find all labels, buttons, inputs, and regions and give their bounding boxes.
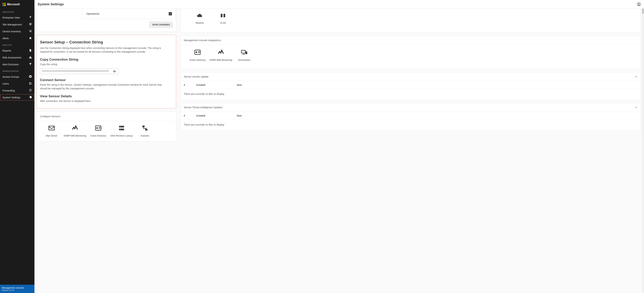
sidebar-item-system-settings[interactable]: System Settings (0, 94, 34, 101)
sidebar-item-forwarding[interactable]: Forwarding (0, 87, 34, 94)
connection-string-input[interactable] (40, 68, 110, 74)
file-icon (29, 49, 32, 52)
tile-vlan[interactable]: VLAN (211, 12, 235, 28)
footer-title: Management console (2, 286, 33, 289)
sidebar-item-label: Device Inventory (2, 30, 21, 33)
connect-sensor-title: Connect Sensor (40, 78, 173, 82)
tile-snmp-mib-monitoring[interactable]: SNMP MIB Monitoring (209, 49, 232, 65)
integrations-title: Management console integrations (184, 39, 221, 42)
pin-icon (29, 16, 32, 20)
col-num: # (184, 84, 196, 86)
view-details-desc: After connection, the Sensor is displaye… (40, 99, 167, 103)
configure-sensors-title: Configure Sensors (40, 115, 173, 121)
topbar: System Settings (34, 0, 644, 9)
warning-icon (29, 56, 32, 59)
threat-update-title: Sensor Threat Intelligence Updates (184, 106, 222, 109)
server-icon (29, 22, 32, 26)
tile-label: Network (196, 22, 204, 28)
sidebar-item-site-management[interactable]: Site Management (0, 21, 34, 28)
tile-label: Mail Server (46, 134, 58, 140)
sensor-setup-card: Sensor Setup – Connection String Use the… (36, 35, 176, 108)
copy-connection-title: Copy Connection String (40, 58, 173, 62)
brand-name: Microsoft (7, 3, 20, 6)
tile-dns-reverse-lookup[interactable]: DNS Reverse Lookup (110, 125, 133, 140)
account-icon[interactable] (637, 2, 641, 6)
sidebar-item-device-inventory[interactable]: Device Inventory (0, 28, 34, 35)
tile-network[interactable]: Network (188, 12, 211, 28)
footer-version: Version 22.3.4 (2, 289, 33, 291)
sidebar-item-label: Users (2, 82, 9, 85)
gear-icon (29, 96, 32, 99)
filter-icon (29, 62, 32, 66)
col-created: Created (196, 114, 237, 117)
sidebar-item-label: Site Management (2, 23, 22, 26)
tile-active-directory[interactable]: Active Directory (186, 49, 209, 65)
page-title: System Settings (38, 2, 64, 6)
tile-servicenow[interactable]: ServiceNow (232, 49, 256, 65)
brand: Microsoft (0, 0, 34, 9)
sidebar-item-label: Forwarding (2, 89, 15, 92)
col-size: Size (237, 84, 638, 86)
sensor-setup-title: Sensor Setup – Connection String (40, 40, 173, 44)
tile-subnets[interactable]: Subnets (133, 125, 156, 140)
sidebar-item-users[interactable]: Users (0, 80, 34, 87)
mail-icon (48, 125, 55, 132)
col-num: # (184, 114, 196, 117)
sidebar-item-reports[interactable]: Reports (0, 47, 34, 54)
people-icon (29, 82, 32, 86)
sidebar-item-label: Alerts (2, 37, 9, 40)
add-version-icon[interactable] (635, 76, 638, 78)
col-size: Size (237, 114, 638, 117)
sidebar-item-access-groups[interactable]: Access Groups (0, 73, 34, 80)
activity-icon (72, 125, 78, 132)
sidebar-item-label: Access Groups (2, 76, 19, 78)
threat-empty: There are currently no files to display (181, 120, 640, 130)
tile-label: ServiceNow (238, 59, 250, 65)
threat-update-card: Sensor Threat Intelligence Updates # Cre… (181, 103, 640, 130)
scrollbar-thumb[interactable] (642, 9, 644, 14)
operational-card: Operational SAVE CHANGES (36, 9, 176, 32)
sidebar-item-label: Enterprise View (2, 16, 20, 19)
version-update-title: Sensor version update (184, 75, 208, 78)
sidebar-item-label: Risk Assessment (2, 56, 22, 59)
tile-label: Subnets (141, 134, 149, 140)
tile-label: VLAN (220, 22, 226, 28)
subnets-icon (141, 125, 148, 132)
sidebar-item-label: Alert Exclusion (2, 63, 19, 66)
activity-icon (217, 49, 224, 56)
nav-section-label: NAVIGATION (0, 9, 34, 14)
add-threat-icon[interactable] (635, 106, 638, 108)
tile-mail-server[interactable]: Mail Server (40, 125, 63, 140)
sidebar-item-risk-assessment[interactable]: Risk Assessment (0, 54, 34, 61)
sidebar-item-enterprise-view[interactable]: Enterprise View (0, 14, 34, 21)
cloud-icon (196, 12, 204, 19)
badge-icon (194, 49, 201, 56)
tile-snmp-mib-monitoring[interactable]: SNMP MIB Monitoring (63, 125, 86, 140)
eye-icon (113, 70, 116, 73)
col-created: Created (196, 84, 237, 86)
sidebar: Microsoft NAVIGATIONEnterprise ViewSite … (0, 0, 34, 293)
bell-icon (29, 36, 32, 40)
sidebar-footer: Management console Version 22.3.4 (0, 285, 34, 293)
configure-sensors-card: Configure Sensors Mail ServerSNMP MIB Mo… (36, 112, 176, 141)
sidebar-item-label: Reports (2, 49, 11, 52)
connect-sensor-desc: Paste the string in the Sensor, System S… (40, 83, 167, 90)
tile-label: DNS Reverse Lookup (110, 134, 133, 140)
network-card: NetworkVLAN (181, 9, 640, 33)
check-icon (169, 12, 172, 15)
operational-checkbox[interactable] (169, 12, 172, 15)
groups-icon (29, 75, 32, 78)
sidebar-item-alerts[interactable]: Alerts (0, 35, 34, 42)
reveal-button[interactable] (110, 70, 118, 73)
tile-active-directory[interactable]: Active Directory (86, 125, 110, 140)
nav-section-label: ANALYSIS (0, 42, 34, 47)
list-icon (29, 30, 32, 33)
operational-label: Operational (86, 12, 99, 15)
scrollbar[interactable] (642, 9, 644, 293)
devices-icon (241, 49, 248, 56)
integrations-card: Management console integrations Active D… (181, 36, 640, 69)
microsoft-logo-icon (2, 3, 6, 6)
dns-icon (118, 125, 125, 132)
save-changes-button[interactable]: SAVE CHANGES (149, 22, 173, 28)
sidebar-item-alert-exclusion[interactable]: Alert Exclusion (0, 61, 34, 68)
